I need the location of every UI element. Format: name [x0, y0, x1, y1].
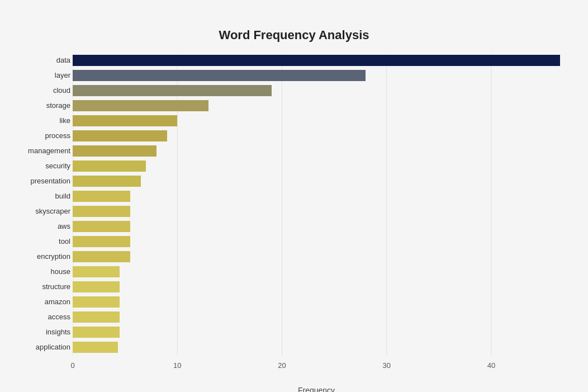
bar-label: build	[10, 190, 70, 203]
bar-row: amazon	[73, 295, 560, 309]
bar-label: process	[10, 129, 70, 143]
bar-row: layer	[73, 69, 560, 82]
chart-area: datalayercloudstoragelikeprocessmanageme…	[11, 54, 577, 356]
bar	[73, 176, 141, 187]
bar-label: security	[10, 159, 70, 173]
bar-label: storage	[10, 99, 70, 112]
bar-label: aws	[10, 220, 70, 233]
bar	[73, 266, 120, 277]
bar	[73, 85, 272, 96]
x-tick: 20	[278, 361, 286, 370]
x-axis-label: Frequency	[73, 386, 560, 392]
bar-row: aws	[73, 220, 560, 233]
bar-row: structure	[73, 280, 560, 294]
bar	[73, 130, 167, 141]
bar	[73, 100, 208, 111]
bar-row: security	[73, 159, 560, 173]
bar-label: cloud	[10, 84, 70, 97]
bar-row: presentation	[73, 174, 560, 188]
bar-label: layer	[10, 69, 70, 82]
bar-label: structure	[10, 280, 70, 294]
bar-row: encryption	[73, 250, 560, 263]
bar-label: skyscraper	[10, 205, 70, 218]
bar-label: amazon	[10, 295, 70, 309]
x-axis-area: 010203040	[73, 359, 560, 376]
bar	[73, 296, 120, 308]
bar	[73, 236, 130, 247]
x-tick: 10	[173, 361, 181, 370]
bar-label: access	[10, 310, 70, 324]
x-tick: 0	[70, 361, 74, 370]
bar	[73, 221, 130, 232]
bar	[73, 55, 560, 66]
bar-row: build	[73, 190, 560, 203]
bar-row: cloud	[73, 84, 560, 97]
chart-title: Word Frequency Analysis	[11, 22, 577, 42]
chart-container: Word Frequency Analysis datalayercloudst…	[0, 11, 588, 392]
bar-row: like	[73, 114, 560, 127]
bar-row: tool	[73, 235, 560, 248]
bar-row: process	[73, 129, 560, 143]
bar-row: insights	[73, 325, 560, 339]
bar	[73, 115, 177, 126]
bar	[73, 327, 120, 338]
bar-label: presentation	[10, 174, 70, 188]
bar-label: like	[10, 114, 70, 127]
bar	[73, 70, 366, 81]
bar-label: management	[10, 144, 70, 158]
bar-label: house	[10, 265, 70, 278]
bar-row: storage	[73, 99, 560, 112]
bar-label: encryption	[10, 250, 70, 263]
bar	[73, 281, 120, 292]
bar	[73, 311, 120, 323]
bar-label: tool	[10, 235, 70, 248]
bar	[73, 342, 118, 353]
bar-label: data	[10, 54, 70, 67]
bar-row: skyscraper	[73, 205, 560, 218]
bar	[73, 251, 130, 262]
bar-row: house	[73, 265, 560, 278]
bar	[73, 160, 146, 172]
x-tick: 30	[382, 361, 390, 370]
bar	[73, 145, 157, 157]
x-tick: 40	[487, 361, 495, 370]
bar-row: data	[73, 54, 560, 67]
bar	[73, 206, 130, 217]
bar	[73, 191, 130, 202]
bar-label: application	[10, 341, 70, 354]
bar-label: insights	[10, 325, 70, 339]
bar-row: application	[73, 341, 560, 354]
bar-row: access	[73, 310, 560, 324]
bar-row: management	[73, 144, 560, 158]
